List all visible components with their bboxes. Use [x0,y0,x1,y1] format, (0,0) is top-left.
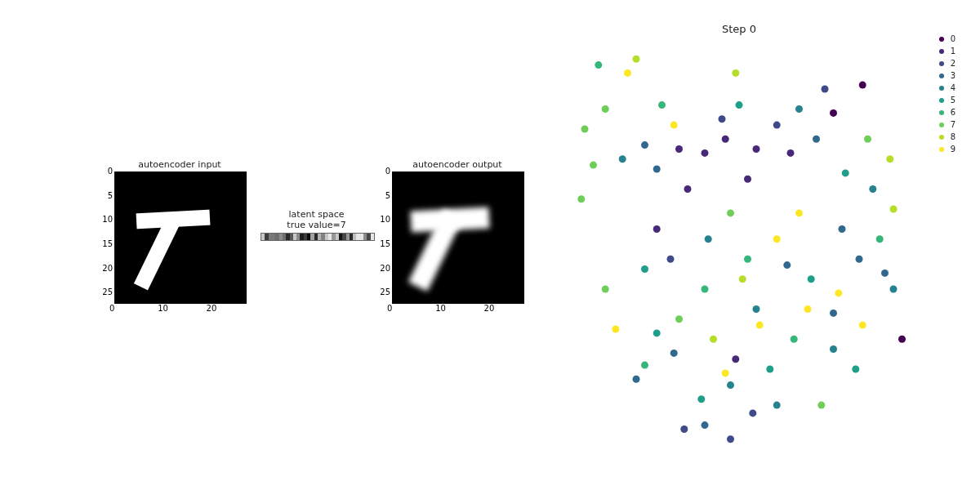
scatter-point [702,286,709,293]
legend-dot [939,86,944,91]
legend-label: 1 [951,47,956,56]
scatter-point [876,235,884,243]
scatter-point [749,409,756,416]
digit-seven-output [393,172,523,303]
x-tick: 0 [109,304,114,313]
latent-line1: latent space [289,209,345,220]
legend-label: 7 [951,120,956,129]
scatter-point [869,185,876,193]
scatter-point [697,395,705,403]
y-tick: 5 [377,191,390,200]
scatter-point [680,425,688,433]
scatter-point [641,362,648,369]
latent-true-value: 7 [341,220,346,230]
legend-row: 5 [939,94,956,106]
scatter-point [856,256,863,263]
legend-label: 6 [951,108,956,117]
scatter-point [898,336,906,343]
right-image-title: autoencoder output [392,159,523,170]
scatter-point [808,275,815,283]
legend-dot [939,122,944,127]
latent-line2-prefix: true value= [287,220,340,230]
scatter-point [653,166,661,173]
scatter-point [783,261,791,269]
scatter-point [670,350,678,357]
scatter-point [653,225,661,233]
legend-label: 0 [951,34,956,43]
scatter-point [830,310,837,317]
scatter-point [705,235,712,243]
y-tick: 20 [100,264,113,273]
scatter-point [753,305,760,313]
latent-cell [371,234,374,240]
scatter-point [658,101,666,109]
y-tick: 15 [100,239,113,248]
digit-seven-input [115,172,246,303]
legend-row: 8 [939,131,956,143]
latent-vector-strip [261,233,375,241]
legend-label: 8 [951,132,956,141]
legend-row: 3 [939,69,956,82]
scatter-point [813,136,820,143]
scatter-point [859,82,866,89]
scatter-point [684,185,692,193]
legend-row: 0 [939,33,956,45]
y-tick: 10 [100,215,113,224]
scatter-point [727,435,734,443]
scatter-point [739,275,746,283]
scatter-point [581,126,589,133]
legend-row: 9 [939,143,956,155]
scatter-point [595,61,602,69]
scatter-point [817,402,825,409]
scatter-point [732,69,739,77]
scatter-point [702,421,709,429]
legend-label: 2 [951,59,956,68]
scatter-point [653,329,661,336]
legend-dot [939,135,944,140]
scatter-point [886,155,893,163]
legend-dot [939,74,944,78]
scatter-point [859,322,866,329]
scatter-point [736,101,743,109]
scatter-point [744,256,751,263]
legend-label: 3 [951,71,956,80]
scatter-point [641,265,648,273]
scatter-point [881,270,889,277]
legend-dot [939,110,944,115]
scatter-point [722,369,729,376]
scatter-point [667,256,675,263]
legend-dot [939,147,944,152]
scatter-point [602,105,609,113]
legend-dot [939,61,944,66]
y-tick: 25 [100,287,113,296]
scatter-legend: 0123456789 [939,33,956,155]
legend-label: 4 [951,83,956,92]
scatter-point [590,162,597,169]
scatter-point [675,145,683,153]
scatter-point [830,345,837,353]
scatter-point [732,355,739,363]
scatter-point [773,235,781,243]
y-tick: 10 [377,215,390,224]
scatter-point [744,176,751,183]
x-tick: 10 [158,304,168,313]
scatter-point [612,326,619,333]
scatter-point [756,322,764,329]
x-tick: 0 [387,304,392,313]
legend-row: 7 [939,118,956,131]
latent-title: latent space true value=7 [261,209,372,230]
left-image-title: autoencoder input [114,159,245,170]
scatter-point [722,136,729,143]
scatter-point [804,305,812,313]
scatter-point [830,109,837,117]
y-tick: 20 [377,264,390,273]
scatter-point [890,206,898,213]
scatter-point [766,366,773,373]
y-tick: 25 [377,287,390,296]
scatter-point [773,402,781,409]
legend-dot [939,49,944,54]
scatter-point [795,209,803,216]
y-tick: 0 [100,167,113,176]
scatter-point [675,315,683,323]
scatter-point [864,136,871,143]
